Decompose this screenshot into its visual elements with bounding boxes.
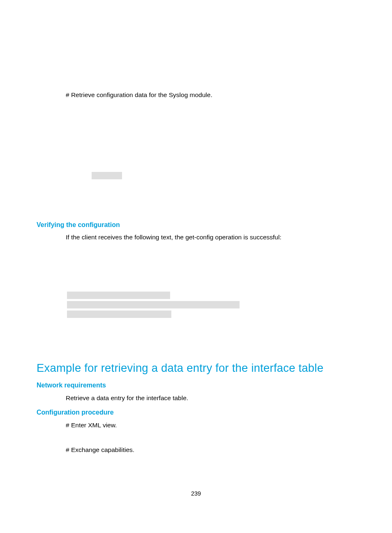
heading-configuration-procedure: Configuration procedure <box>37 409 114 416</box>
redacted-bar-4 <box>67 311 171 318</box>
page-number: 239 <box>0 490 392 497</box>
redacted-bar-2 <box>67 292 170 299</box>
heading-example-interface-table: Example for retrieving a data entry for … <box>37 362 361 375</box>
heading-verifying-configuration: Verifying the configuration <box>37 221 120 229</box>
step-exchange-capabilities: # Exchange capabilities. <box>66 445 134 454</box>
step-retrieve-syslog: # Retrieve configuration data for the Sy… <box>66 90 212 100</box>
verify-description: If the client receives the following tex… <box>66 232 281 242</box>
heading-network-requirements: Network requirements <box>37 382 106 389</box>
redacted-bar-1 <box>92 172 122 179</box>
redacted-bar-3 <box>67 301 240 308</box>
step-enter-xml-view: # Enter XML view. <box>66 420 117 430</box>
network-description: Retrieve a data entry for the interface … <box>66 393 188 403</box>
